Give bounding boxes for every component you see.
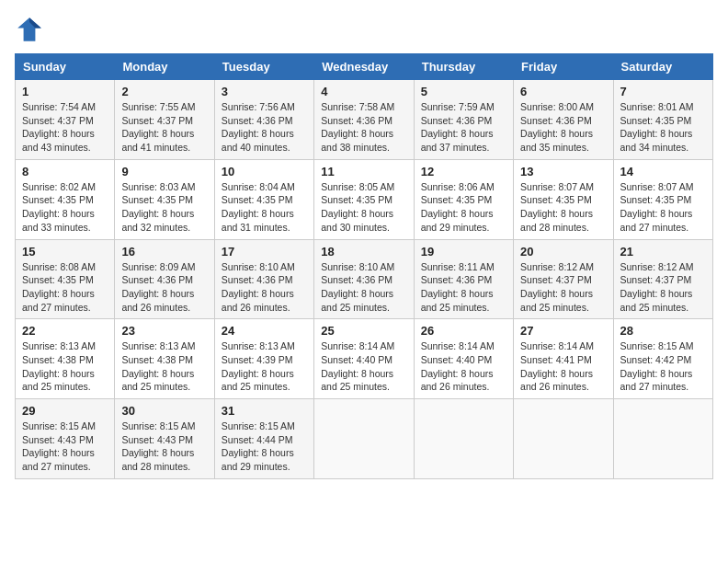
day-detail: Sunrise: 8:13 AMSunset: 4:38 PMDaylight:… [22,340,96,392]
day-number: 2 [121,85,207,98]
day-number: 20 [520,245,606,259]
day-number: 22 [22,324,108,338]
day-number: 15 [22,245,108,259]
day-cell: 1 Sunrise: 7:54 AMSunset: 4:37 PMDayligh… [16,80,115,160]
day-number: 6 [520,85,606,98]
day-detail: Sunrise: 8:04 AMSunset: 4:35 PMDaylight:… [222,181,295,233]
col-header-saturday: Saturday [613,54,712,80]
col-header-monday: Monday [115,54,214,80]
day-detail: Sunrise: 8:15 AMSunset: 4:42 PMDaylight:… [620,340,694,392]
page-header [15,15,713,44]
day-number: 29 [22,404,108,418]
day-detail: Sunrise: 8:11 AMSunset: 4:36 PMDaylight:… [421,261,495,313]
day-cell: 22 Sunrise: 8:13 AMSunset: 4:38 PMDaylig… [16,319,115,399]
day-detail: Sunrise: 8:14 AMSunset: 4:41 PMDaylight:… [520,340,594,392]
logo-icon [15,15,44,44]
day-detail: Sunrise: 8:03 AMSunset: 4:35 PMDaylight:… [121,181,195,233]
week-row-3: 15 Sunrise: 8:08 AMSunset: 4:35 PMDaylig… [16,239,713,319]
day-cell: 2 Sunrise: 7:55 AMSunset: 4:37 PMDayligh… [115,80,214,160]
day-detail: Sunrise: 7:58 AMSunset: 4:36 PMDaylight:… [321,101,394,153]
day-detail: Sunrise: 8:05 AMSunset: 4:35 PMDaylight:… [321,181,394,233]
day-number: 24 [222,324,307,338]
day-cell: 7 Sunrise: 8:01 AMSunset: 4:35 PMDayligh… [613,80,712,160]
day-detail: Sunrise: 8:15 AMSunset: 4:44 PMDaylight:… [222,420,295,472]
day-number: 31 [222,404,307,418]
week-row-1: 1 Sunrise: 7:54 AMSunset: 4:37 PMDayligh… [16,80,713,160]
col-header-wednesday: Wednesday [314,54,414,80]
day-cell: 24 Sunrise: 8:13 AMSunset: 4:39 PMDaylig… [214,319,313,399]
day-number: 3 [222,85,307,98]
day-cell: 19 Sunrise: 8:11 AMSunset: 4:36 PMDaylig… [414,239,513,319]
day-number: 21 [620,245,706,259]
day-detail: Sunrise: 8:09 AMSunset: 4:36 PMDaylight:… [121,261,195,313]
day-number: 27 [520,324,606,338]
day-cell [613,399,712,479]
day-detail: Sunrise: 8:07 AMSunset: 4:35 PMDaylight:… [620,181,694,233]
col-header-tuesday: Tuesday [214,54,313,80]
day-detail: Sunrise: 8:00 AMSunset: 4:36 PMDaylight:… [520,101,594,153]
day-cell: 4 Sunrise: 7:58 AMSunset: 4:36 PMDayligh… [314,80,414,160]
day-number: 30 [121,404,207,418]
day-detail: Sunrise: 8:08 AMSunset: 4:35 PMDaylight:… [22,261,96,313]
day-cell: 27 Sunrise: 8:14 AMSunset: 4:41 PMDaylig… [514,319,613,399]
day-detail: Sunrise: 7:56 AMSunset: 4:36 PMDaylight:… [222,101,295,153]
day-cell: 6 Sunrise: 8:00 AMSunset: 4:36 PMDayligh… [514,80,613,160]
day-cell: 12 Sunrise: 8:06 AMSunset: 4:35 PMDaylig… [414,159,513,239]
day-cell: 14 Sunrise: 8:07 AMSunset: 4:35 PMDaylig… [613,159,712,239]
day-number: 4 [321,85,406,98]
col-header-friday: Friday [514,54,613,80]
day-number: 28 [620,324,706,338]
day-number: 10 [222,165,307,178]
week-row-2: 8 Sunrise: 8:02 AMSunset: 4:35 PMDayligh… [16,159,713,239]
day-cell: 16 Sunrise: 8:09 AMSunset: 4:36 PMDaylig… [115,239,214,319]
day-detail: Sunrise: 8:10 AMSunset: 4:36 PMDaylight:… [222,261,295,313]
day-cell: 11 Sunrise: 8:05 AMSunset: 4:35 PMDaylig… [314,159,414,239]
day-number: 5 [421,85,506,98]
day-detail: Sunrise: 7:54 AMSunset: 4:37 PMDaylight:… [22,101,96,153]
day-number: 1 [22,85,108,98]
day-cell: 28 Sunrise: 8:15 AMSunset: 4:42 PMDaylig… [613,319,712,399]
week-row-5: 29 Sunrise: 8:15 AMSunset: 4:43 PMDaylig… [16,399,713,479]
day-detail: Sunrise: 8:12 AMSunset: 4:37 PMDaylight:… [520,261,594,313]
day-cell [414,399,513,479]
day-cell [514,399,613,479]
day-cell: 29 Sunrise: 8:15 AMSunset: 4:43 PMDaylig… [16,399,115,479]
day-cell: 18 Sunrise: 8:10 AMSunset: 4:36 PMDaylig… [314,239,414,319]
day-detail: Sunrise: 8:15 AMSunset: 4:43 PMDaylight:… [22,420,96,472]
day-number: 7 [620,85,706,98]
day-number: 18 [321,245,406,259]
day-detail: Sunrise: 7:55 AMSunset: 4:37 PMDaylight:… [121,101,195,153]
day-cell: 20 Sunrise: 8:12 AMSunset: 4:37 PMDaylig… [514,239,613,319]
day-number: 25 [321,324,406,338]
week-row-4: 22 Sunrise: 8:13 AMSunset: 4:38 PMDaylig… [16,319,713,399]
day-cell: 8 Sunrise: 8:02 AMSunset: 4:35 PMDayligh… [16,159,115,239]
col-header-thursday: Thursday [414,54,513,80]
day-number: 19 [421,245,506,259]
day-detail: Sunrise: 8:15 AMSunset: 4:43 PMDaylight:… [121,420,195,472]
logo [15,15,48,44]
day-cell: 13 Sunrise: 8:07 AMSunset: 4:35 PMDaylig… [514,159,613,239]
day-number: 26 [421,324,506,338]
day-cell: 9 Sunrise: 8:03 AMSunset: 4:35 PMDayligh… [115,159,214,239]
day-detail: Sunrise: 7:59 AMSunset: 4:36 PMDaylight:… [421,101,495,153]
day-number: 16 [121,245,207,259]
day-cell: 30 Sunrise: 8:15 AMSunset: 4:43 PMDaylig… [115,399,214,479]
day-detail: Sunrise: 8:10 AMSunset: 4:36 PMDaylight:… [321,261,394,313]
col-header-sunday: Sunday [16,54,115,80]
day-detail: Sunrise: 8:13 AMSunset: 4:38 PMDaylight:… [121,340,195,392]
day-cell: 26 Sunrise: 8:14 AMSunset: 4:40 PMDaylig… [414,319,513,399]
day-cell: 25 Sunrise: 8:14 AMSunset: 4:40 PMDaylig… [314,319,414,399]
day-detail: Sunrise: 8:13 AMSunset: 4:39 PMDaylight:… [222,340,295,392]
header-row: SundayMondayTuesdayWednesdayThursdayFrid… [16,54,713,80]
day-number: 13 [520,165,606,178]
day-detail: Sunrise: 8:14 AMSunset: 4:40 PMDaylight:… [321,340,394,392]
day-cell: 17 Sunrise: 8:10 AMSunset: 4:36 PMDaylig… [214,239,313,319]
calendar-table: SundayMondayTuesdayWednesdayThursdayFrid… [15,53,713,479]
day-detail: Sunrise: 8:02 AMSunset: 4:35 PMDaylight:… [22,181,96,233]
day-number: 9 [121,165,207,178]
day-detail: Sunrise: 8:06 AMSunset: 4:35 PMDaylight:… [421,181,495,233]
day-number: 11 [321,165,406,178]
day-detail: Sunrise: 8:07 AMSunset: 4:35 PMDaylight:… [520,181,594,233]
day-number: 23 [121,324,207,338]
day-detail: Sunrise: 8:01 AMSunset: 4:35 PMDaylight:… [620,101,694,153]
